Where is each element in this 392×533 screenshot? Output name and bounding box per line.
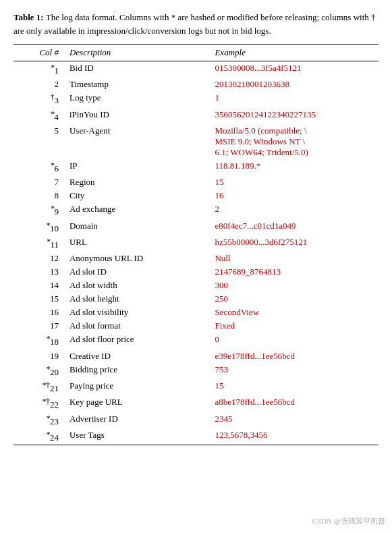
cell-description: iPinYou ID [65, 108, 211, 124]
cell-col-num: *11 [13, 235, 65, 252]
table-row: 13Ad slot ID2147689_8764813 [13, 265, 379, 279]
cell-col-num: *1 [13, 61, 65, 78]
cell-col-num: *6 [13, 159, 65, 175]
cell-description: Ad slot visibility [65, 306, 211, 319]
cell-example: 300 [211, 279, 379, 292]
cell-description: User-Agent [65, 124, 211, 159]
cell-description: Advertiser ID [65, 412, 211, 428]
cell-description: Timestamp [65, 78, 211, 91]
cell-example: Null [211, 252, 379, 265]
cell-example: SecondView [211, 306, 379, 319]
table-row: 5User-AgentMozilla/5.0 (compatible; \MSI… [13, 124, 379, 159]
cell-example: 16 [211, 189, 379, 202]
table-row: 12Anonymous URL IDNull [13, 252, 379, 265]
cell-example: 250 [211, 292, 379, 306]
log-format-table: Col # Description Example *1Bid ID015300… [13, 44, 379, 445]
cell-example: 2345 [211, 412, 379, 428]
cell-example: a8be178ffd...1ee56bcd [211, 395, 379, 412]
cell-description: City [65, 189, 211, 202]
table-row: 2Timestamp20130218001203638 [13, 78, 379, 91]
cell-example: 015300008...3f5a4f5121 [211, 61, 379, 78]
cell-description: Ad slot floor price [65, 333, 211, 349]
cell-col-num: *18 [13, 333, 65, 349]
cell-example: 123,5678,3456 [211, 428, 379, 445]
table-row: *1Bid ID015300008...3f5a4f5121 [13, 61, 379, 78]
col-header-num: Col # [13, 45, 65, 61]
table-row: *6IP118.81.189.* [13, 159, 379, 175]
table-row: *4iPinYou ID3560562012412234022713​5 [13, 108, 379, 124]
cell-description: Region [65, 175, 211, 189]
cell-description: Ad exchange [65, 202, 211, 219]
table-row: *11URLhz55b00000...3d6f275121 [13, 235, 379, 252]
table-row: *20Bidding price753 [13, 363, 379, 379]
cell-example: Mozilla/5.0 (compatible; \MSIE 9.0; Wind… [211, 124, 379, 159]
cell-col-num: 5 [13, 124, 65, 159]
cell-description: Paying price [65, 379, 211, 395]
col-header-desc: Description [65, 45, 211, 61]
table-row: *†22Key page URLa8be178ffd...1ee56bcd [13, 395, 379, 412]
table-header: Col # Description Example [13, 45, 379, 61]
watermark: CSDN @强残装甲凯普 [312, 516, 385, 526]
table-row: *9Ad exchange2 [13, 202, 379, 219]
cell-example: 0 [211, 333, 379, 349]
cell-col-num: 14 [13, 279, 65, 292]
cell-description: Bidding price [65, 363, 211, 379]
cell-example: 118.81.189.* [211, 159, 379, 175]
table-row: 14Ad slot width300 [13, 279, 379, 292]
cell-col-num: *20 [13, 363, 65, 379]
cell-description: Creative ID [65, 349, 211, 363]
table-row: *†21Paying price15 [13, 379, 379, 395]
cell-col-num: *10 [13, 219, 65, 235]
table-row: *24User Tags123,5678,3456 [13, 428, 379, 445]
cell-col-num: *23 [13, 412, 65, 428]
cell-description: Key page URL [65, 395, 211, 412]
cell-col-num: 19 [13, 349, 65, 363]
cell-description: Ad slot width [65, 279, 211, 292]
table-row: *23Advertiser ID2345 [13, 412, 379, 428]
table-row: 15Ad slot height250 [13, 292, 379, 306]
cell-example: 753 [211, 363, 379, 379]
table-row: 19Creative IDe39e178ffd...1ee56bcd [13, 349, 379, 363]
cell-example: 3560562012412234022713​5 [211, 108, 379, 124]
cell-example: 1 [211, 91, 379, 107]
cell-example: 20130218001203638 [211, 78, 379, 91]
cell-example: e39e178ffd...1ee56bcd [211, 349, 379, 363]
cell-example: 2147689_8764813 [211, 265, 379, 279]
table-row: *18Ad slot floor price0 [13, 333, 379, 349]
cell-col-num: 13 [13, 265, 65, 279]
cell-description: Ad slot ID [65, 265, 211, 279]
cell-description: Domain [65, 219, 211, 235]
table-row: 7Region15 [13, 175, 379, 189]
caption-label: Table 1: [13, 12, 44, 22]
cell-description: Bid ID [65, 61, 211, 78]
caption-text: The log data format. Columns with * are … [13, 12, 376, 36]
cell-col-num: *4 [13, 108, 65, 124]
cell-description: Ad slot format [65, 319, 211, 333]
cell-col-num: 16 [13, 306, 65, 319]
cell-example: 2 [211, 202, 379, 219]
cell-col-num: *24 [13, 428, 65, 445]
cell-description: URL [65, 235, 211, 252]
col-header-example: Example [211, 45, 379, 61]
cell-example: 15 [211, 379, 379, 395]
cell-col-num: 17 [13, 319, 65, 333]
cell-example: 15 [211, 175, 379, 189]
table-row: 16Ad slot visibilitySecondView [13, 306, 379, 319]
cell-col-num: †3 [13, 91, 65, 107]
cell-example: hz55b00000...3d6f275121 [211, 235, 379, 252]
cell-col-num: 2 [13, 78, 65, 91]
cell-col-num: 12 [13, 252, 65, 265]
table-row: 8City16 [13, 189, 379, 202]
cell-col-num: *†21 [13, 379, 65, 395]
cell-col-num: *9 [13, 202, 65, 219]
table-caption: Table 1: The log data format. Columns wi… [13, 11, 379, 37]
cell-example: Fixed [211, 319, 379, 333]
cell-description: Log type [65, 91, 211, 107]
cell-example: e80f4ec7...c01cd1a049 [211, 219, 379, 235]
header-row: Col # Description Example [13, 45, 379, 61]
table-row: †3Log type1 [13, 91, 379, 107]
cell-description: IP [65, 159, 211, 175]
table-row: *10Domaine80f4ec7...c01cd1a049 [13, 219, 379, 235]
cell-description: Ad slot height [65, 292, 211, 306]
cell-col-num: 15 [13, 292, 65, 306]
